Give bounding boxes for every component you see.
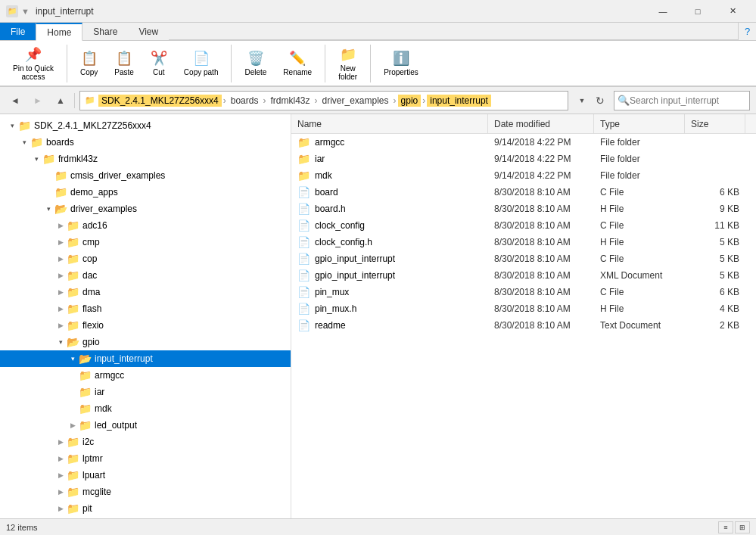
close-button[interactable]: ✕: [715, 0, 750, 23]
ribbon-sep-3: [325, 45, 325, 82]
folder-icon-dma: 📁: [67, 286, 79, 298]
properties-icon: ℹ️: [393, 50, 409, 67]
tab-share[interactable]: Share: [82, 23, 128, 40]
breadcrumb-driver-examples[interactable]: driver_examples: [319, 95, 391, 107]
ribbon-btn-copypath[interactable]: 📄 Copy path: [177, 46, 226, 80]
address-dropdown-button[interactable]: ▼: [573, 92, 591, 110]
expand-icon-i2c: ▶: [54, 434, 67, 450]
list-item[interactable]: 📄 gpio_input_interrupt 8/30/2018 8:10 AM…: [291, 267, 756, 284]
tree-item-adc16[interactable]: ▶ 📁 adc16: [0, 217, 291, 234]
folder-icon-mdk: 📁: [79, 403, 92, 415]
forward-button[interactable]: ►: [29, 92, 47, 110]
col-header-date[interactable]: Date modified: [488, 114, 594, 134]
tree-item-dac[interactable]: ▶ 📁 dac: [0, 267, 291, 284]
col-header-name[interactable]: Name: [291, 114, 488, 134]
folder-icon-flexio: 📁: [67, 319, 79, 331]
list-item[interactable]: 📄 pin_mux 8/30/2018 8:10 AM C File 6 KB: [291, 284, 756, 300]
ribbon-sep-4: [370, 45, 371, 82]
expand-icon-driver-examples: ▾: [42, 201, 54, 217]
tree-item-dma[interactable]: ▶ 📁 dma: [0, 284, 291, 300]
tree-item-boards[interactable]: ▾ 📁 boards: [0, 134, 291, 151]
tree-item-mcglite[interactable]: ▶ 📁 mcglite: [0, 484, 291, 500]
tree-item-input-interrupt[interactable]: ▾ 📂 input_interrupt: [0, 350, 291, 367]
main-area: ▾ 📁 SDK_2.4.1_MKL27Z256xxx4 ▾ 📁 boards ▾…: [0, 114, 756, 518]
tree-item-demo-apps[interactable]: ▶ 📁 demo_apps: [0, 184, 291, 201]
tree-item-frdmkl43z[interactable]: ▾ 📁 frdmkl43z: [0, 151, 291, 167]
search-input[interactable]: [630, 95, 746, 106]
tree-item-flash[interactable]: ▶ 📁 flash: [0, 300, 291, 317]
list-item[interactable]: 📁 iar 9/14/2018 4:22 PM File folder: [291, 151, 756, 167]
list-item[interactable]: 📄 board 8/30/2018 8:10 AM C File 6 KB: [291, 184, 756, 201]
view-large-button[interactable]: ⊞: [735, 521, 750, 533]
ribbon-btn-newfolder[interactable]: 📁 Newfolder: [331, 42, 364, 85]
breadcrumb-gpio[interactable]: gpio: [398, 95, 422, 107]
ribbon-btn-rename[interactable]: ✏️ Rename: [276, 46, 319, 80]
folder-icon-pit: 📁: [67, 502, 79, 515]
ribbon-btn-copy[interactable]: 📋 Copy: [73, 46, 104, 80]
list-item[interactable]: 📄 gpio_input_interrupt 8/30/2018 8:10 AM…: [291, 250, 756, 267]
folder-icon-cmp: 📁: [67, 236, 79, 248]
tab-view[interactable]: View: [128, 23, 169, 40]
tree-item-cmp[interactable]: ▶ 📁 cmp: [0, 234, 291, 250]
tree-item-iar[interactable]: 📁 iar: [0, 384, 291, 400]
tree-item-cop[interactable]: ▶ 📁 cop: [0, 250, 291, 267]
search-icon: 🔍: [618, 95, 630, 106]
list-item[interactable]: 📄 clock_config 8/30/2018 8:10 AM C File …: [291, 217, 756, 234]
tree-item-sdk[interactable]: ▾ 📁 SDK_2.4.1_MKL27Z256xxx4: [0, 117, 291, 134]
expand-icon-sdk: ▾: [6, 117, 18, 134]
ribbon-btn-pin[interactable]: 📌 Pin to Quickaccess: [6, 42, 61, 85]
tree-label-mdk: mdk: [95, 403, 112, 414]
expand-icon-led: ▶: [67, 417, 79, 434]
window-title: input_interrupt: [36, 6, 646, 17]
ribbon-btn-delete[interactable]: 🗑️ Delete: [238, 46, 273, 80]
list-item[interactable]: 📁 mdk 9/14/2018 4:22 PM File folder: [291, 167, 756, 184]
up-button[interactable]: ▲: [51, 92, 70, 110]
tab-file[interactable]: File: [0, 23, 36, 40]
tree-item-lptmr[interactable]: ▶ 📁 lptmr: [0, 450, 291, 467]
folder-file-icon: 📁: [297, 136, 310, 148]
tab-home[interactable]: Home: [36, 23, 82, 41]
back-button[interactable]: ◄: [6, 92, 24, 110]
list-item[interactable]: 📄 readme 8/30/2018 8:10 AM Text Document…: [291, 317, 756, 334]
address-path[interactable]: 📁 SDK_2.4.1_MKL27Z256xxx4 › boards › frd…: [79, 91, 568, 110]
tree-item-lpuart[interactable]: ▶ 📁 lpuart: [0, 467, 291, 484]
ribbon-btn-properties[interactable]: ℹ️ Properties: [377, 46, 425, 80]
tree-item-driver-examples[interactable]: ▾ 📂 driver_examples: [0, 201, 291, 217]
tree-label-boards: boards: [46, 137, 74, 148]
c-file-icon-2: 📄: [297, 219, 310, 232]
tree-panel: ▾ 📁 SDK_2.4.1_MKL27Z256xxx4 ▾ 📁 boards ▾…: [0, 114, 291, 518]
file-name-mdk: 📁 mdk: [291, 170, 488, 182]
ribbon-btn-cut[interactable]: ✂️ Cut: [144, 46, 174, 80]
tree-item-mdk[interactable]: 📁 mdk: [0, 400, 291, 417]
tree-item-flexio[interactable]: ▶ 📁 flexio: [0, 317, 291, 334]
tree-item-armgcc[interactable]: 📁 armgcc: [0, 367, 291, 384]
tree-label-mcglite: mcglite: [82, 487, 111, 497]
list-item[interactable]: 📁 armgcc 9/14/2018 4:22 PM File folder: [291, 134, 756, 151]
tree-item-pit[interactable]: ▶ 📁 pit: [0, 500, 291, 517]
tree-item-led-output[interactable]: ▶ 📁 led_output: [0, 417, 291, 434]
expand-icon-cmsis: ▶: [42, 167, 54, 184]
col-header-type[interactable]: Type: [594, 114, 685, 134]
breadcrumb-frdmkl43z[interactable]: frdmkl43z: [267, 95, 313, 107]
maximize-button[interactable]: □: [680, 0, 715, 23]
breadcrumb-input-interrupt[interactable]: input_interrupt: [427, 95, 491, 107]
breadcrumb-boards[interactable]: boards: [228, 95, 262, 107]
list-item[interactable]: 📄 board.h 8/30/2018 8:10 AM H File 9 KB: [291, 201, 756, 217]
list-item[interactable]: 📄 clock_config.h 8/30/2018 8:10 AM H Fil…: [291, 234, 756, 250]
refresh-button[interactable]: ↻: [591, 92, 609, 110]
tree-item-i2c[interactable]: ▶ 📁 i2c: [0, 434, 291, 450]
view-details-button[interactable]: ≡: [718, 521, 733, 533]
ribbon-btn-paste[interactable]: 📋 Paste: [107, 46, 141, 80]
list-item[interactable]: 📄 pin_mux.h 8/30/2018 8:10 AM H File 4 K…: [291, 300, 756, 317]
col-header-size[interactable]: Size: [685, 114, 745, 134]
expand-icon-dma: ▶: [54, 284, 67, 300]
minimize-button[interactable]: —: [646, 0, 680, 23]
tree-item-cmsis[interactable]: ▶ 📁 cmsis_driver_examples: [0, 167, 291, 184]
expand-icon-adc16: ▶: [54, 217, 67, 234]
breadcrumb-sdk[interactable]: SDK_2.4.1_MKL27Z256xxx4: [98, 95, 222, 107]
folder-icon-input-interrupt: 📂: [79, 353, 92, 365]
copy-icon: 📋: [81, 50, 98, 67]
tree-item-gpio[interactable]: ▾ 📂 gpio: [0, 334, 291, 350]
ribbon-content: 📌 Pin to Quickaccess 📋 Copy 📋 Paste ✂️ C…: [0, 41, 756, 86]
ribbon-help-button[interactable]: ?: [738, 23, 756, 40]
